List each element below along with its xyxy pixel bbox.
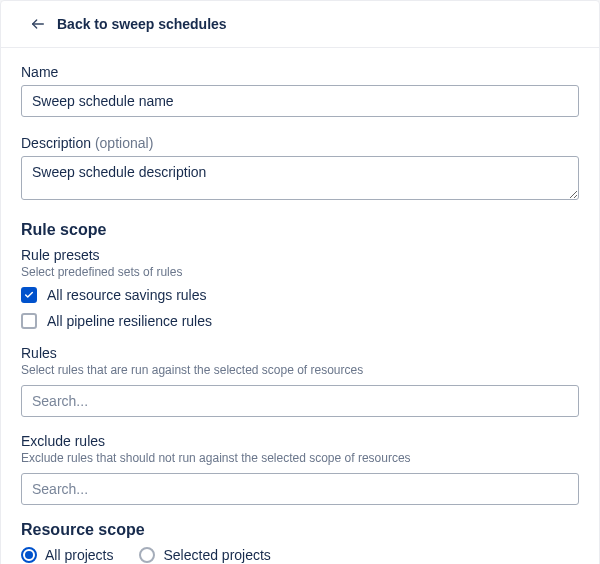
sweep-schedule-form: Back to sweep schedules Name Description… bbox=[0, 0, 600, 564]
description-input[interactable]: Sweep schedule description bbox=[21, 156, 579, 200]
rule-presets-helper: Select predefined sets of rules bbox=[21, 265, 579, 279]
back-arrow-icon[interactable] bbox=[29, 15, 47, 33]
exclude-rules-search-input[interactable] bbox=[21, 473, 579, 505]
name-field-group: Name bbox=[21, 64, 579, 117]
rules-search-input[interactable] bbox=[21, 385, 579, 417]
radio-label: All projects bbox=[45, 547, 113, 563]
radio-icon bbox=[139, 547, 155, 563]
rules-helper: Select rules that are run against the se… bbox=[21, 363, 579, 377]
checkbox-icon bbox=[21, 313, 37, 329]
resource-scope-heading: Resource scope bbox=[21, 521, 579, 539]
rule-scope-heading: Rule scope bbox=[21, 221, 579, 239]
preset-option-resource-savings[interactable]: All resource savings rules bbox=[21, 287, 579, 303]
rule-presets-block: Rule presets Select predefined sets of r… bbox=[21, 247, 579, 329]
description-optional-text: (optional) bbox=[95, 135, 153, 151]
exclude-rules-label: Exclude rules bbox=[21, 433, 579, 449]
radio-option-selected-projects[interactable]: Selected projects bbox=[139, 547, 270, 563]
exclude-rules-helper: Exclude rules that should not run agains… bbox=[21, 451, 579, 465]
preset-option-label: All pipeline resilience rules bbox=[47, 313, 212, 329]
radio-label: Selected projects bbox=[163, 547, 270, 563]
name-input[interactable] bbox=[21, 85, 579, 117]
exclude-rules-block: Exclude rules Exclude rules that should … bbox=[21, 433, 579, 505]
checkbox-icon bbox=[21, 287, 37, 303]
panel-header: Back to sweep schedules bbox=[1, 1, 599, 48]
description-label: Description (optional) bbox=[21, 135, 579, 151]
rule-presets-label: Rule presets bbox=[21, 247, 579, 263]
description-field-group: Description (optional) Sweep schedule de… bbox=[21, 135, 579, 203]
rules-block: Rules Select rules that are run against … bbox=[21, 345, 579, 417]
radio-option-all-projects[interactable]: All projects bbox=[21, 547, 113, 563]
name-label: Name bbox=[21, 64, 579, 80]
preset-option-label: All resource savings rules bbox=[47, 287, 207, 303]
preset-option-pipeline-resilience[interactable]: All pipeline resilience rules bbox=[21, 313, 579, 329]
description-label-text: Description bbox=[21, 135, 91, 151]
rules-label: Rules bbox=[21, 345, 579, 361]
back-link-label[interactable]: Back to sweep schedules bbox=[57, 16, 227, 32]
panel-body: Name Description (optional) Sweep schedu… bbox=[1, 48, 599, 564]
radio-icon bbox=[21, 547, 37, 563]
resource-scope-radio-group: All projects Selected projects bbox=[21, 547, 579, 563]
